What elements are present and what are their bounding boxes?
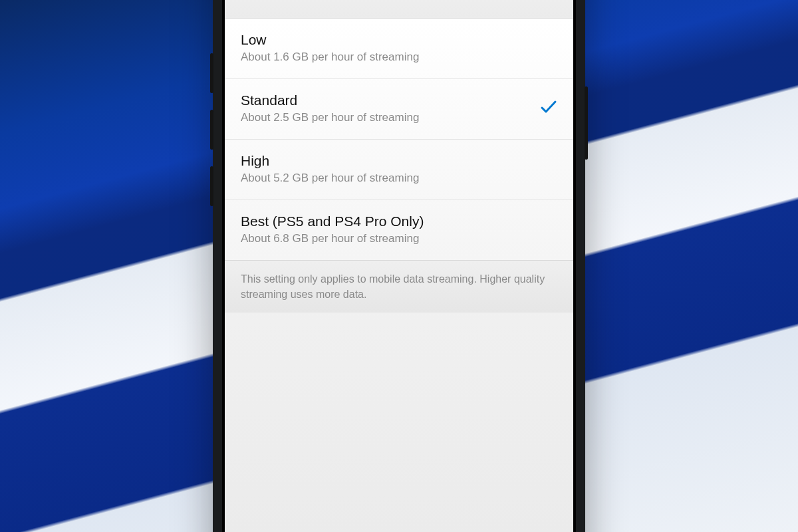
option-subtitle: About 5.2 GB per hour of streaming <box>241 172 419 185</box>
option-subtitle: About 1.6 GB per hour of streaming <box>241 51 419 64</box>
option-label: Standard <box>241 92 419 108</box>
checkmark-icon <box>540 100 557 117</box>
option-label: High <box>241 153 419 169</box>
phone-frame: 9:41 Video Quality for Streaming <box>213 0 585 532</box>
option-best[interactable]: Best (PS5 and PS4 Pro Only) About 6.8 GB… <box>225 200 573 261</box>
phone-screen: 9:41 Video Quality for Streaming <box>225 0 573 532</box>
option-standard[interactable]: Standard About 2.5 GB per hour of stream… <box>225 79 573 140</box>
option-high[interactable]: High About 5.2 GB per hour of streaming <box>225 140 573 200</box>
content: Low About 1.6 GB per hour of streaming S… <box>225 0 573 532</box>
option-subtitle: About 6.8 GB per hour of streaming <box>241 232 424 245</box>
section-gap <box>225 0 573 19</box>
quality-options-list: Low About 1.6 GB per hour of streaming S… <box>225 19 573 261</box>
option-subtitle: About 2.5 GB per hour of streaming <box>241 111 419 124</box>
option-label: Best (PS5 and PS4 Pro Only) <box>241 213 424 229</box>
section-footer-note: This setting only applies to mobile data… <box>225 261 573 313</box>
option-low[interactable]: Low About 1.6 GB per hour of streaming <box>225 19 573 79</box>
option-label: Low <box>241 32 419 48</box>
